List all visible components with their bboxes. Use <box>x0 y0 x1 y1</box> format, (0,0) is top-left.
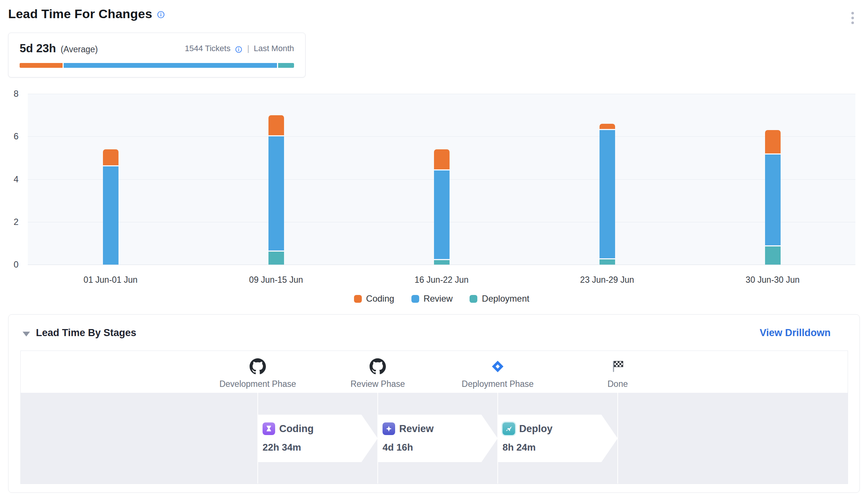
stacked-bar-16-jun-22-jun[interactable] <box>434 94 450 265</box>
stacked-bar-01-jun-01-jun[interactable] <box>103 94 118 265</box>
bar-segment-coding <box>434 149 450 170</box>
lead-time-chart-plot <box>28 94 855 265</box>
tickets-count: 1544 Tickets <box>185 44 231 53</box>
bar-segment-deployment <box>765 246 781 265</box>
summary-bar-segment-coding <box>20 63 63 68</box>
legend-item-review[interactable]: Review <box>411 293 453 304</box>
legend-label: Deployment <box>482 293 529 304</box>
checkered-flag-icon <box>558 358 677 375</box>
stages-panel-title: Lead Time By Stages <box>36 327 136 339</box>
phase-label: Development Phase <box>198 379 317 389</box>
rocket-icon <box>503 422 515 435</box>
phase-column-deployment-phase: Deployment Phase <box>438 358 557 389</box>
lead-time-by-stages-panel: Lead Time By Stages View Drilldown Devel… <box>8 314 860 493</box>
summary-card-row: 5d 23h (Average) 1544 Tickets | Last Mon… <box>20 42 294 55</box>
stage-duration: 22h 34m <box>263 442 301 453</box>
summary-card: 5d 23h (Average) 1544 Tickets | Last Mon… <box>8 33 306 77</box>
hourglass-icon <box>263 422 275 435</box>
legend-item-deployment[interactable]: Deployment <box>470 293 529 304</box>
review-gem-icon <box>383 422 395 435</box>
y-tick-label: 8 <box>0 89 19 99</box>
lead-time-dashboard: Lead Time For Changes 5d 23h (Average) 1… <box>0 0 868 501</box>
x-tick-label: 09 Jun-15 Jun <box>217 275 335 285</box>
bar-segment-coding <box>765 130 781 153</box>
phase-column-development-phase: Development Phase <box>198 358 317 389</box>
bar-segment-review <box>600 130 615 258</box>
bar-segment-coding <box>268 115 284 136</box>
bar-segment-review <box>765 155 781 245</box>
stage-duration: 4d 16h <box>383 442 413 453</box>
bar-segment-review <box>434 170 450 259</box>
stage-label: Coding <box>279 423 314 435</box>
stage-duration: 8h 24m <box>503 442 536 453</box>
kebab-menu-icon[interactable] <box>850 10 855 26</box>
github-icon <box>198 358 317 375</box>
jira-diamond-icon <box>438 358 557 375</box>
legend-label: Review <box>424 293 453 304</box>
stage-chip-review[interactable]: Review4d 16h <box>378 415 498 462</box>
legend-swatch-icon <box>470 295 477 303</box>
collapse-caret-icon[interactable] <box>23 332 30 336</box>
average-label: (Average) <box>61 44 98 54</box>
period-label: Last Month <box>254 44 294 53</box>
phase-label: Done <box>558 379 677 389</box>
stage-body: Coding22h 34mReview4d 16hDeploy8h 24m <box>21 393 848 484</box>
stage-table: Development PhaseReview PhaseDeployment … <box>20 351 848 484</box>
y-tick-label: 2 <box>0 217 19 227</box>
bar-segment-coding <box>103 149 118 165</box>
phase-column-done: Done <box>558 358 677 389</box>
legend-item-coding[interactable]: Coding <box>354 293 394 304</box>
summary-bar-segment-deployment <box>278 63 294 68</box>
summary-distribution-bar <box>20 63 294 68</box>
phase-label: Review Phase <box>318 379 437 389</box>
y-tick-label: 6 <box>0 132 19 141</box>
average-value: 5d 23h <box>20 42 56 55</box>
bar-segment-review <box>103 166 118 265</box>
stage-label: Review <box>399 423 434 435</box>
stage-chip-deploy[interactable]: Deploy8h 24m <box>498 415 618 462</box>
stacked-bar-09-jun-15-jun[interactable] <box>268 94 284 265</box>
separator: | <box>247 44 249 53</box>
bar-segment-coding <box>600 124 615 129</box>
x-tick-label: 01 Jun-01 Jun <box>51 275 170 285</box>
info-icon[interactable] <box>157 10 165 19</box>
summary-meta: 1544 Tickets | Last Month <box>185 44 294 53</box>
stacked-bar-30-jun-30-jun[interactable] <box>765 94 781 265</box>
stage-label: Deploy <box>519 423 552 435</box>
x-tick-label: 30 Jun-30 Jun <box>714 275 832 285</box>
average-value-group: 5d 23h (Average) <box>20 42 98 55</box>
page-title: Lead Time For Changes <box>8 7 152 21</box>
phase-label: Deployment Phase <box>438 379 557 389</box>
legend-swatch-icon <box>411 295 419 303</box>
info-icon[interactable] <box>235 46 243 53</box>
phase-column-review-phase: Review Phase <box>318 358 437 389</box>
y-tick-label: 4 <box>0 175 19 184</box>
bar-segment-deployment <box>268 252 284 265</box>
github-icon <box>318 358 437 375</box>
view-drilldown-link[interactable]: View Drilldown <box>760 327 831 339</box>
bar-segment-deployment <box>600 259 615 265</box>
page-header: Lead Time For Changes <box>8 7 165 21</box>
stage-chip-coding[interactable]: Coding22h 34m <box>258 415 378 462</box>
legend-label: Coding <box>366 293 394 304</box>
x-tick-label: 16 Jun-22 Jun <box>383 275 501 285</box>
chart-legend: CodingReviewDeployment <box>28 293 855 304</box>
x-tick-label: 23 Jun-29 Jun <box>548 275 667 285</box>
summary-bar-segment-review <box>64 63 277 68</box>
stacked-bar-23-jun-29-jun[interactable] <box>600 94 615 265</box>
bar-segment-deployment <box>434 260 450 265</box>
y-tick-label: 0 <box>0 260 19 269</box>
bar-segment-review <box>268 136 284 250</box>
legend-swatch-icon <box>354 295 362 303</box>
